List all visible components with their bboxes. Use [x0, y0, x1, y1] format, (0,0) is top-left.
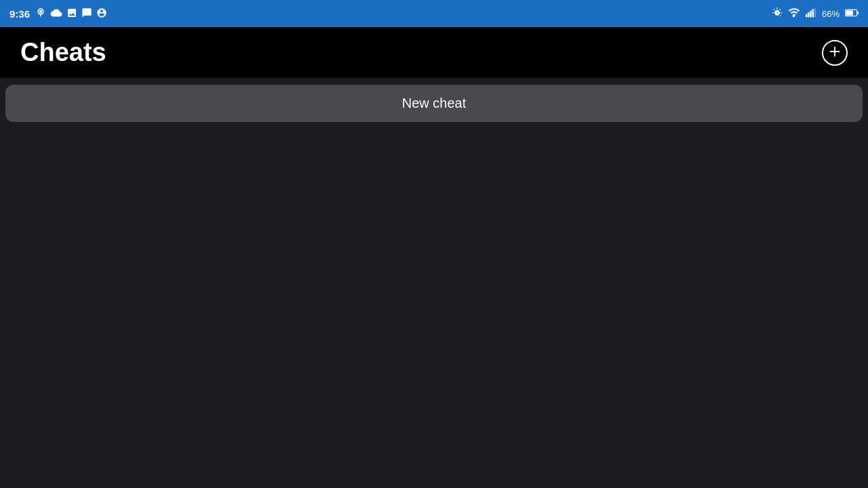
- nfc-icon: [81, 7, 92, 20]
- svg-rect-1: [808, 12, 809, 17]
- alarm-icon: [35, 7, 46, 20]
- wifi-icon: [788, 8, 800, 20]
- add-cheat-button[interactable]: [822, 40, 848, 66]
- status-icons-left: [35, 7, 107, 20]
- content-area: New cheat: [0, 78, 868, 129]
- status-bar-right: 66%: [772, 7, 859, 20]
- status-bar-left: 9:36: [9, 7, 107, 20]
- new-cheat-label: New cheat: [402, 96, 467, 111]
- battery-icon: [845, 8, 859, 19]
- add-icon: [827, 44, 842, 62]
- page-title: Cheats: [20, 38, 106, 67]
- battery-percentage: 66%: [822, 9, 840, 19]
- cloud-sync-icon: [50, 8, 62, 20]
- svg-rect-2: [810, 10, 811, 17]
- signal-icon: [806, 8, 816, 20]
- svg-rect-7: [846, 11, 853, 16]
- new-cheat-button[interactable]: New cheat: [5, 85, 863, 122]
- svg-rect-6: [857, 12, 859, 15]
- face-icon: [96, 7, 107, 20]
- svg-rect-3: [812, 9, 814, 17]
- alarm-right-icon: [772, 7, 783, 20]
- header: Cheats: [0, 27, 868, 78]
- svg-rect-4: [814, 8, 816, 17]
- svg-rect-0: [806, 14, 807, 17]
- image-icon: [66, 7, 77, 20]
- status-bar: 9:36: [0, 0, 868, 27]
- status-time: 9:36: [9, 8, 30, 20]
